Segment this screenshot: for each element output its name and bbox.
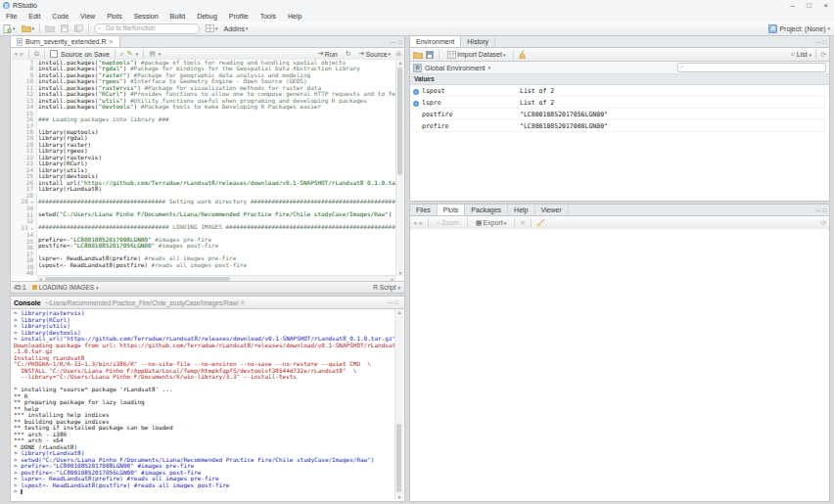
console-pane: Console ~/Liana/Recommended Practice_Fir… [10,296,405,502]
section-nav[interactable]: LOADING IMAGES [39,284,94,291]
remove-plot-icon[interactable]: ✕ [520,219,526,227]
console-output[interactable]: > library(rastervis)> library(RCurl)> li… [14,310,395,499]
list-view-icon: ≡ [791,51,795,58]
fold-icon[interactable]: ▾ [28,226,33,231]
new-file-button[interactable]: ▾ [0,23,19,34]
previous-plot-icon[interactable]: ◂ [413,219,417,227]
export-icon: ▦ [476,219,483,227]
toolbar-separator [513,50,514,60]
expand-object-icon[interactable]: ▸ [410,87,422,95]
minimize-pane-icon[interactable]: — [387,298,393,307]
clear-plots-icon[interactable]: 🧹 [536,219,545,227]
rerun-button[interactable]: ↻ [343,48,354,60]
menu-edit[interactable]: Edit [23,11,46,22]
menubar: FileEditCodeViewPlotsSessionBuildDebugPr… [0,11,834,22]
table-icon [447,51,456,59]
tab-burn-severity-extended[interactable]: R Burn_severity_extended.R × [11,36,120,47]
minimize-pane-icon[interactable]: — [814,37,820,47]
maximize-pane-icon[interactable]: □ [397,37,401,47]
run-button[interactable]: ➜Run [315,48,341,60]
menu-file[interactable]: File [0,11,23,22]
tab-viewer[interactable]: Viewer [535,205,569,215]
editor-vertical-scrollbar[interactable]: ▲ ▼ [395,60,404,276]
open-file-button[interactable] [42,23,58,34]
menu-debug[interactable]: Debug [191,11,223,22]
environment-row[interactable]: postfire"LC80010852017056LGN00" [410,109,829,120]
tab-environment[interactable]: Environment [410,36,461,47]
tab-files[interactable]: Files [410,205,438,215]
editor-code[interactable]: install.packages("maptools") #package of… [38,60,396,276]
tab-history[interactable]: History [461,36,495,47]
environment-row[interactable]: ▸lspostList of 2 [410,85,829,97]
goto-file-input[interactable]: ⌕ Go to file/function [94,23,200,34]
save-button[interactable] [58,23,71,34]
export-plot-button[interactable]: ▦ Export ▾ [473,217,509,229]
close-icon[interactable]: × [817,0,834,11]
scope-selector[interactable]: Global Environment [425,65,485,71]
minimize-pane-icon[interactable]: — [814,206,820,215]
tab-label: Burn_severity_extended.R [25,36,107,47]
find-icon[interactable]: ⌕ [120,50,124,58]
back-icon[interactable]: ◂ [14,50,18,58]
fold-icon[interactable]: ▾ [28,200,33,205]
menu-tools[interactable]: Tools [255,11,282,22]
plots-toolbar: ◂ ▸ ⌕ Zoom ▦ Export ▾ ✕ 🧹 ⟳ [410,216,829,230]
clear-workspace-icon[interactable] [519,50,527,59]
pane-layout-button[interactable]: ▾ [203,23,221,34]
menu-code[interactable]: Code [46,11,74,22]
menu-view[interactable]: View [74,11,101,22]
tab-plots[interactable]: Plots [438,205,466,215]
maximize-pane-icon[interactable]: □ [822,37,826,47]
tab-packages[interactable]: Packages [465,205,508,215]
compile-report-icon[interactable]: ▤ [149,50,156,58]
environment-search-input[interactable]: ⌕ [677,63,826,72]
chevron-down-icon: ▾ [503,52,506,58]
refresh-icon[interactable]: ⟳ [820,51,826,59]
code-tools-icon[interactable]: ✎ [127,50,133,58]
open-workspace-icon[interactable] [413,51,423,59]
next-plot-icon[interactable]: ▸ [420,219,424,227]
list-view-label[interactable]: List [797,51,808,58]
source-button[interactable]: ➜Source▾ [356,48,394,60]
environment-row[interactable]: prefire"LC80010852017008LGN00" [410,120,829,132]
addins-button[interactable]: Addins ▾ [221,23,252,34]
project-menu-button[interactable]: R Project: (None) ▾ [768,24,830,33]
environment-row[interactable]: ▸lspreList of 2 [410,97,829,109]
menu-help[interactable]: Help [282,11,307,22]
file-type-label[interactable]: R Script [373,284,395,291]
addins-label: Addins [224,25,245,32]
forward-icon[interactable]: ▸ [21,50,24,58]
save-all-button[interactable] [71,23,86,34]
maximize-icon[interactable]: □ [801,0,817,11]
minimize-pane-icon[interactable]: — [390,37,395,47]
refresh-icon[interactable]: ⟳ [820,219,826,227]
open-folder-icon[interactable]: ⇱ [241,299,246,306]
expand-object-icon[interactable]: ▸ [410,99,422,107]
editor-gutter: 7891011121314151617181920212223242526272… [11,60,37,276]
toolbar-separator [44,49,45,59]
import-dataset-button[interactable]: Import Dataset ▾ [444,49,508,61]
toolbar-separator [439,50,440,60]
tab-close-icon[interactable]: × [110,36,114,47]
tab-help[interactable]: Help [508,205,534,215]
source-on-save-checkbox[interactable] [50,50,58,58]
environment-pane: EnvironmentHistory—□ Import Dataset ▾ ≡ … [409,35,830,202]
new-project-button[interactable]: ▾ [19,23,38,34]
code-editor[interactable]: 7891011121314151617181920212223242526272… [11,60,404,276]
menu-build[interactable]: Build [164,11,192,22]
save-workspace-icon[interactable] [426,51,434,59]
maximize-pane-icon[interactable]: □ [394,298,398,307]
menu-profile[interactable]: Profile [223,11,255,22]
source-tabstrip: R Burn_severity_extended.R × — □ [11,36,404,48]
toolbar-separator [88,23,89,33]
chevron-down-icon: ▾ [215,25,218,31]
popout-icon[interactable]: ⧉ [34,50,39,58]
console-vertical-scrollbar[interactable]: ▲ ▼ [394,309,403,500]
maximize-pane-icon[interactable]: □ [822,206,826,215]
minimize-icon[interactable]: – [784,0,801,11]
zoom-plot-button[interactable]: ⌕ Zoom [434,217,462,229]
toolbar-separator [531,218,532,228]
menu-session[interactable]: Session [128,11,164,22]
menu-plots[interactable]: Plots [101,11,128,22]
document-outline-icon[interactable]: ≣ [395,50,401,58]
